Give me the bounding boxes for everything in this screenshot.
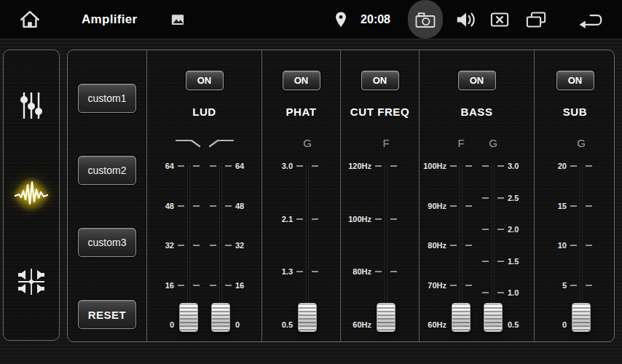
scale-label: 0.5 [508,319,535,331]
home-icon[interactable] [19,9,41,31]
sidebar-item-equalizer[interactable] [9,84,54,130]
tick-mark [482,165,489,167]
channel-column-sub: ONSUBG20151050 [534,50,615,341]
slider-header-label: G [475,137,511,150]
tick-mark [586,245,592,246]
tick-mark [570,165,577,167]
tick-mark [465,205,472,207]
tick-mark [586,285,592,286]
on-button[interactable]: ON [283,71,320,90]
slider-header-label: F [368,137,404,150]
slider-knob[interactable] [211,303,230,332]
high-pass-curve-icon [202,137,239,150]
scale-label: 70Hz [420,280,446,291]
tick-mark [482,229,489,230]
custom2-button[interactable]: custom2 [78,156,136,185]
slider-header-label: G [563,137,599,150]
slider-knob[interactable] [452,303,471,332]
scale-label: 16 [235,280,262,291]
tick-mark [497,165,504,167]
tick-mark [375,271,382,272]
tick-mark [482,292,489,293]
tick-mark [193,205,200,207]
sound-effects-wave-icon [15,179,48,211]
tick-mark [312,165,318,167]
tick-mark [586,165,592,167]
equalizer-sliders-icon [17,90,46,124]
tick-mark [497,197,504,199]
tick-mark [390,218,397,220]
tick-mark [193,245,200,246]
image-icon[interactable] [170,12,185,27]
scale-label: 1.0 [508,287,535,298]
volume-icon[interactable] [454,9,478,30]
channel-title: SUB [535,106,615,118]
scale-label: 16 [147,280,174,291]
tick-mark [450,205,457,207]
tick-mark [570,245,577,246]
slider-knob[interactable] [484,303,503,332]
tick-mark [312,271,318,272]
slider-header-label: G [289,137,326,150]
on-button[interactable]: ON [361,71,399,90]
clock-time[interactable]: 20:08 [361,13,390,26]
tick-mark [390,165,397,167]
tick-mark [465,165,472,167]
slider-header-label: F [443,137,479,150]
scale-label: 10 [535,240,567,251]
tick-mark [225,165,232,167]
reset-button[interactable]: RESET [78,300,136,329]
scale-label: 0.5 [262,319,293,331]
channel-column-phat: ONPHATG3.02.11.30.5 [261,50,340,341]
tick-mark [210,165,216,167]
scale-label: 60Hz [420,319,446,331]
scale-label: 2.1 [262,213,293,225]
tick-mark [296,271,303,272]
on-button[interactable]: ON [458,71,496,90]
slider-knob[interactable] [298,303,317,332]
scale-label: 100Hz [341,213,371,225]
slider-knob[interactable] [572,303,591,332]
scale-label: 48 [147,200,174,212]
sidebar-item-sound-effects[interactable] [9,173,54,218]
scale-label: 80Hz [341,266,371,277]
tick-mark [178,245,184,246]
sidebar-item-speaker-balance[interactable] [9,261,54,306]
slider-knob[interactable] [179,303,198,332]
channel-column-bass: ONBASSF100Hz90Hz80Hz70Hz60HzG3.02.52.01.… [419,50,534,341]
back-icon[interactable] [578,9,605,30]
tick-mark [482,261,489,262]
scale-label: 1.3 [262,266,293,277]
location-icon[interactable] [334,11,347,28]
tick-mark [178,205,184,207]
slider-knob[interactable] [377,303,395,332]
scale-label: 64 [235,160,262,172]
tick-mark [375,218,382,220]
tick-mark [375,165,382,167]
tick-mark [296,165,303,167]
scale-label: 5 [535,280,567,291]
scale-label: 32 [235,240,262,251]
low-pass-curve-icon [170,137,207,150]
camera-button-highlight[interactable] [408,0,443,39]
scale-label: 32 [147,240,174,251]
tick-mark [210,205,216,207]
tick-mark [178,165,184,167]
channel-title: BASS [420,106,534,118]
scale-label: 0 [235,319,262,331]
recent-apps-icon[interactable] [524,10,548,29]
channel-title: CUT FREQ [341,106,419,118]
scale-label: 90Hz [420,200,446,212]
tick-mark [450,285,457,286]
close-icon[interactable] [489,11,510,28]
tick-mark [296,218,303,220]
camera-icon[interactable] [414,10,436,29]
tick-mark [586,205,592,207]
scale-label: 0 [147,319,174,331]
tick-mark [225,245,232,246]
on-button[interactable]: ON [186,71,224,90]
channel-column-lud: ONLUD 644832160 644832160 [146,50,261,341]
custom1-button[interactable]: custom1 [78,84,136,113]
custom3-button[interactable]: custom3 [78,228,136,257]
on-button[interactable]: ON [556,71,594,90]
